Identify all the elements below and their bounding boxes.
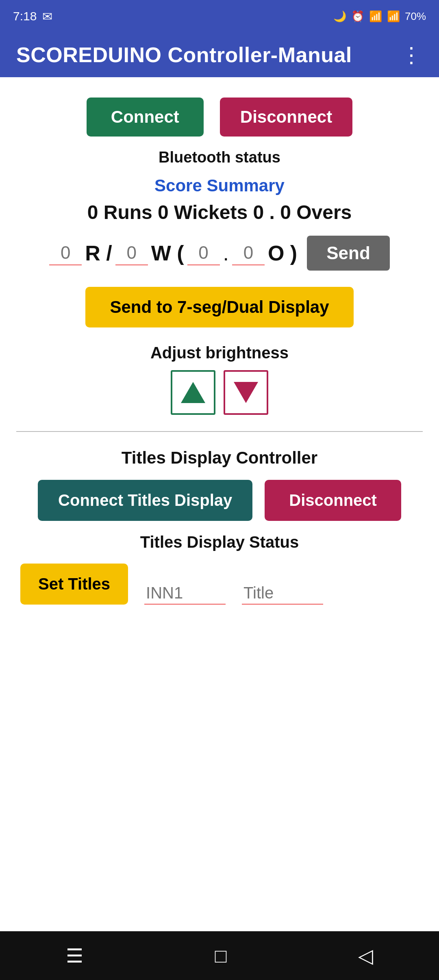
status-left: 7:18 ✉ [13, 9, 52, 24]
score-input-row: R / W ( . O ) Send [16, 236, 423, 271]
brightness-up-button[interactable] [171, 370, 215, 415]
brightness-down-button[interactable] [224, 370, 268, 415]
inn1-input[interactable] [144, 582, 226, 605]
signal-icon: 📶 [387, 10, 400, 23]
connect-button[interactable]: Connect [87, 98, 204, 137]
score-summary-text: 0 Runs 0 Wickets 0 . 0 Overs [16, 201, 423, 223]
connect-disconnect-row: Connect Disconnect [16, 98, 423, 137]
titles-controller-heading: Titles Display Controller [16, 448, 423, 468]
app-title: SCOREDUINO Controller-Manual [16, 43, 352, 67]
titles-connect-row: Connect Titles Display Disconnect [16, 480, 423, 521]
set-titles-row: Set Titles [16, 564, 423, 605]
brightness-buttons [16, 370, 423, 415]
arrow-down-icon [234, 382, 258, 403]
nav-menu-icon[interactable]: ☰ [66, 944, 83, 967]
bluetooth-status-label: Bluetooth status [16, 149, 423, 166]
nav-bar: ☰ □ ◁ [0, 931, 439, 980]
set-titles-button[interactable]: Set Titles [20, 564, 128, 605]
nav-back-icon[interactable]: ◁ [358, 944, 373, 967]
nav-home-icon[interactable]: □ [215, 945, 226, 967]
main-content: Connect Disconnect Bluetooth status Scor… [0, 77, 439, 605]
overs-decimal-input[interactable] [232, 241, 265, 265]
disconnect-button[interactable]: Disconnect [220, 98, 352, 137]
w-label: W ( [151, 241, 184, 265]
arrow-up-icon [181, 382, 205, 403]
overs-input[interactable] [187, 241, 220, 265]
message-icon: ✉ [42, 9, 52, 24]
wifi-icon: 📶 [369, 10, 382, 23]
status-time: 7:18 [13, 9, 37, 23]
connect-titles-button[interactable]: Connect Titles Display [38, 480, 252, 521]
status-right: 🌙 ⏰ 📶 📶 70% [333, 10, 426, 23]
r-label: R / [85, 241, 112, 265]
runs-input[interactable] [49, 241, 82, 265]
brightness-label: Adjust brightness [16, 344, 423, 362]
score-summary-heading: Score Summary [16, 176, 423, 195]
o-label: O ) [268, 241, 297, 265]
disconnect-titles-button[interactable]: Disconnect [265, 480, 401, 521]
titles-status-label: Titles Display Status [16, 533, 423, 551]
send-button[interactable]: Send [307, 236, 390, 271]
app-bar: SCOREDUINO Controller-Manual ⋮ [0, 33, 439, 77]
send-display-button[interactable]: Send to 7-seg/Dual Display [85, 287, 353, 327]
dot-separator: . [223, 241, 229, 265]
title-input[interactable] [242, 582, 323, 605]
wickets-input[interactable] [115, 241, 148, 265]
alarm-icon: ⏰ [351, 10, 364, 23]
status-bar: 7:18 ✉ 🌙 ⏰ 📶 📶 70% [0, 0, 439, 33]
section-divider [16, 431, 423, 432]
moon-icon: 🌙 [333, 10, 346, 23]
more-options-icon[interactable]: ⋮ [401, 43, 423, 67]
battery-icon: 70% [405, 10, 426, 23]
